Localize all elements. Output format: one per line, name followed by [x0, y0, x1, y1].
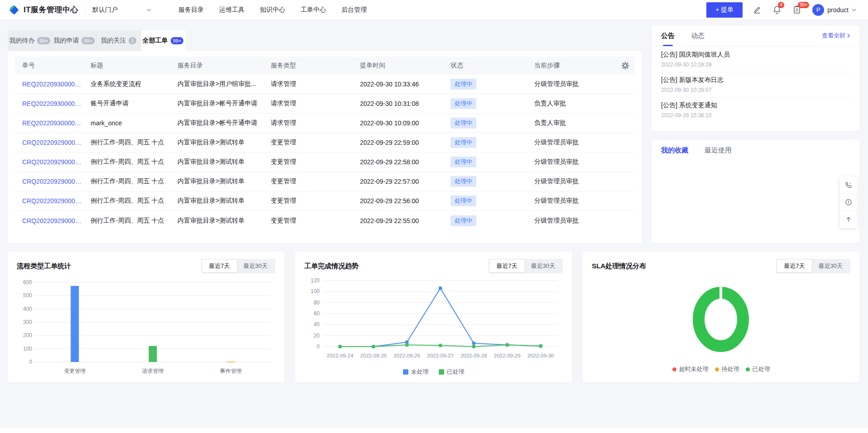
user-menu[interactable]: P product	[812, 4, 856, 16]
edit-icon[interactable]	[753, 5, 762, 15]
range-30d-button[interactable]: 最近30天	[237, 260, 274, 272]
range-7d-button[interactable]: 最近7天	[489, 260, 524, 272]
ticket-step: 负责人审批	[534, 119, 620, 127]
ticket-type: 请求管理	[271, 119, 360, 127]
status-badge: 处理中	[451, 157, 476, 167]
app-logo: IT服务管理中心	[8, 4, 78, 16]
floating-toolbar	[840, 176, 857, 228]
legend-item-pending[interactable]: 待处理	[715, 365, 739, 373]
nav-item-ops-tools[interactable]: 运维工具	[218, 4, 245, 16]
work-order-tabs: 我的待办 99+ 我的申请 99+ 我的关注 1 全部工单 99+	[8, 30, 185, 51]
table-settings-gear-icon[interactable]	[620, 61, 630, 71]
tab-my-favorites[interactable]: 我的收藏	[661, 140, 688, 161]
range-30d-button[interactable]: 最近30天	[812, 260, 849, 272]
svg-text:400: 400	[23, 306, 32, 312]
ticket-id-link[interactable]: CRQ20220929000064	[22, 139, 91, 146]
announcement-item[interactable]: [公告] 系统变更通知 2022-09-26 15:36:10	[661, 98, 850, 123]
ticket-id-link[interactable]: REQ20220930000003	[22, 81, 91, 88]
legend-label: 已处理	[753, 365, 770, 373]
legend-item-overdue[interactable]: 超时未处理	[672, 365, 709, 373]
contact-phone-icon[interactable]	[840, 176, 857, 194]
range-30d-button[interactable]: 最近30天	[524, 260, 562, 272]
ticket-id-link[interactable]: REQ20220930000001	[22, 119, 91, 127]
svg-text:事件管理: 事件管理	[220, 368, 242, 374]
ticket-step: 分级管理员审批	[534, 138, 620, 147]
back-to-top-icon[interactable]	[840, 211, 857, 228]
svg-text:2022-09-29: 2022-09-29	[494, 353, 521, 358]
legend-item-handled[interactable]: 已处理	[439, 368, 465, 376]
ticket-id-link[interactable]: CRQ20220929000060	[22, 217, 91, 224]
nav-item-admin[interactable]: 后台管理	[340, 4, 368, 16]
announcement-time: 2022-09-30 10:28:28	[661, 62, 850, 68]
ticket-time: 2022-09-29 22:56:00	[360, 197, 451, 205]
ticket-table-card: 单号 标题 服务目录 服务类型 提单时间 状态 当前步骤 REQ20220930…	[8, 51, 642, 243]
nav-item-service-catalog[interactable]: 服务目录	[177, 4, 205, 16]
ticket-type: 变更管理	[271, 197, 360, 205]
donut-chart-legend: 超时未处理 待处理 已处理	[592, 365, 850, 373]
tab-announcements[interactable]: 公告	[661, 26, 675, 46]
ticket-title: 业务系统变更流程	[91, 80, 177, 88]
ticket-catalog: 内置审批目录>帐号开通申请	[177, 100, 271, 108]
tab-my-follows[interactable]: 我的关注 1	[96, 30, 141, 51]
chart-card-process-type: 流程类型工单统计 最近7天 最近30天 6005004003002001000变…	[8, 252, 284, 382]
ticket-type: 变更管理	[271, 177, 360, 186]
chevron-down-icon	[852, 8, 856, 12]
tab-activity[interactable]: 动态	[691, 26, 705, 46]
ticket-title: 例行工作-周四、周五 十点	[91, 217, 177, 225]
nav-item-ticket-center[interactable]: 工单中心	[300, 4, 327, 16]
svg-text:40: 40	[314, 321, 320, 328]
feedback-info-icon[interactable]	[840, 194, 857, 211]
table-row: REQ20220930000003 业务系统变更流程 内置审批目录>用户组审批.…	[15, 75, 635, 94]
ticket-title: 例行工作-周四、周五 十点	[91, 158, 177, 166]
chart-card-sla-distribution: SLA处理情况分布 最近7天 最近30天 超时未处理 待处理 已处理	[583, 252, 859, 382]
ticket-type: 变更管理	[271, 217, 360, 225]
tab-label: 我的关注	[101, 37, 126, 45]
ticket-id-link[interactable]: CRQ20220929000063	[22, 158, 91, 166]
announcement-time: 2022-09-30 10:28:07	[661, 87, 850, 93]
portal-select[interactable]: 默认门户	[92, 6, 151, 14]
svg-text:2022-09-26: 2022-09-26	[393, 353, 420, 358]
ticket-catalog: 内置审批目录>测试转单	[177, 138, 271, 147]
app-title: IT服务管理中心	[24, 5, 78, 15]
tab-label: 我的待办	[9, 37, 34, 45]
legend-swatch	[672, 367, 676, 371]
create-ticket-button[interactable]: + 提单	[706, 2, 743, 18]
range-toggle: 最近7天 最近30天	[489, 259, 563, 273]
svg-text:100: 100	[23, 346, 32, 352]
nav-item-knowledge-center[interactable]: 知识中心	[259, 4, 286, 16]
dashboard-charts-row: 流程类型工单统计 最近7天 最近30天 6005004003002001000变…	[8, 252, 859, 382]
ticket-catalog: 内置审批目录>测试转单	[177, 197, 271, 205]
ticket-id-link[interactable]: CRQ20220929000062	[22, 178, 91, 185]
legend-label: 待处理	[722, 365, 739, 373]
ticket-id-link[interactable]: REQ20220930000002	[22, 100, 91, 107]
ticket-id-link[interactable]: CRQ20220929000061	[22, 197, 91, 205]
table-row: CRQ20220929000063 例行工作-周四、周五 十点 内置审批目录>测…	[15, 152, 635, 172]
range-7d-button[interactable]: 最近7天	[202, 260, 236, 272]
svg-text:2022-09-27: 2022-09-27	[427, 353, 454, 358]
view-all-link[interactable]: 查看全部	[822, 32, 850, 40]
status-badge: 处理中	[451, 195, 476, 206]
todo-badge: 99+	[798, 2, 809, 8]
tab-badge: 99+	[82, 37, 95, 44]
svg-text:0: 0	[29, 359, 32, 365]
chart-title: 流程类型工单统计	[17, 262, 71, 271]
legend-label: 已处理	[447, 368, 465, 376]
notification-bell-icon[interactable]: 4	[772, 5, 782, 15]
tab-my-requests[interactable]: 我的申请 99+	[52, 30, 96, 51]
legend-item-done[interactable]: 已处理	[746, 365, 770, 373]
tab-my-todo[interactable]: 我的待办 99+	[8, 30, 52, 51]
ticket-time: 2022-09-30 10:31:08	[360, 100, 451, 107]
todo-clipboard-icon[interactable]: 99+	[792, 5, 802, 15]
ticket-time: 2022-09-29 22:58:00	[360, 158, 451, 166]
announcement-item[interactable]: [公告] 国庆期间值班人员 2022-09-30 10:28:28	[661, 47, 850, 72]
svg-text:2022-09-25: 2022-09-25	[360, 353, 387, 358]
tab-recently-used[interactable]: 最近使用	[705, 140, 732, 161]
range-7d-button[interactable]: 最近7天	[777, 260, 811, 272]
chart-title: 工单完成情况趋势	[304, 262, 359, 271]
svg-text:200: 200	[23, 332, 32, 338]
svg-text:300: 300	[23, 319, 32, 325]
announcements-card: 公告 动态 查看全部 [公告] 国庆期间值班人员 2022-09-30 10:2…	[652, 26, 859, 131]
legend-item-unhandled[interactable]: 未处理	[403, 368, 429, 376]
announcement-item[interactable]: [公告] 新版本发布日志 2022-09-30 10:28:07	[661, 72, 850, 98]
tab-all-tickets[interactable]: 全部工单 99+	[141, 30, 185, 51]
